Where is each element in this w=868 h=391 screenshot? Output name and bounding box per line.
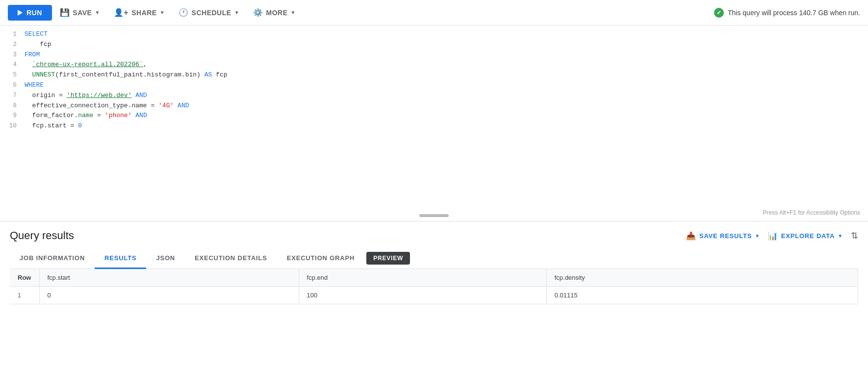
more-label: MORE	[266, 9, 288, 17]
table-header: Row	[10, 269, 39, 287]
run-button[interactable]: RUN	[8, 5, 52, 21]
code-editor[interactable]: 1SELECT2 fcp3FROM4 `chrome-ux-report.all…	[0, 29, 868, 131]
code-line: 9 form_factor.name = 'phone' AND	[0, 111, 868, 121]
code-token: fcp	[212, 71, 227, 78]
query-info-text: This query will process 140.7 GB when ru…	[728, 9, 860, 17]
code-content: SELECT	[25, 29, 868, 40]
schedule-button[interactable]: 🕐 SCHEDULE ▼	[173, 4, 245, 21]
code-content: effective_connection_type.name = '4G' AN…	[25, 101, 868, 111]
code-token	[25, 92, 32, 99]
code-token	[25, 71, 32, 78]
code-token: name	[78, 112, 93, 119]
link-https-web-dev[interactable]: 'https://web.dev'	[67, 92, 132, 99]
code-token: AND	[135, 112, 147, 119]
query-info: ✓ This query will process 140.7 GB when …	[714, 8, 860, 18]
line-number: 4	[0, 60, 25, 70]
code-line: 2 fcp	[0, 40, 868, 50]
code-token: fcp	[40, 41, 51, 48]
line-number: 2	[0, 40, 25, 50]
line-number: 9	[0, 111, 25, 121]
code-token: AND	[178, 102, 189, 109]
table-header: fcp.end	[299, 269, 546, 287]
table-header: fcp.density	[546, 269, 858, 287]
code-token: WHERE	[25, 81, 44, 89]
explore-data-label: EXPLORE DATA	[781, 232, 835, 240]
code-content: form_factor.name = 'phone' AND	[25, 111, 868, 121]
save-results-button[interactable]: 📥 SAVE RESULTS ▼	[686, 231, 760, 241]
run-label: RUN	[26, 9, 42, 17]
code-token: 'phone'	[105, 112, 132, 119]
results-title: Query results	[10, 229, 686, 242]
more-button[interactable]: ⚙️ MORE ▼	[247, 4, 302, 21]
table-row: 101000.01115	[10, 287, 858, 304]
code-token: =	[93, 112, 104, 119]
tab-execution_details[interactable]: EXECUTION DETAILS	[185, 248, 277, 269]
results-table: Rowfcp.startfcp.endfcp.density101000.011…	[10, 269, 858, 304]
check-icon: ✓	[714, 8, 724, 18]
save-chevron-icon: ▼	[95, 10, 100, 15]
schedule-label: SCHEDULE	[192, 9, 231, 17]
tab-results[interactable]: RESULTS	[95, 248, 146, 269]
editor-area[interactable]: 1SELECT2 fcp3FROM4 `chrome-ux-report.all…	[0, 25, 868, 221]
code-content: fcp	[25, 40, 868, 50]
save-results-icon: 📥	[686, 231, 696, 241]
toolbar: RUN 💾 SAVE ▼ 👤+ SHARE ▼ 🕐 SCHEDULE ▼ ⚙️ …	[0, 0, 868, 25]
code-token	[25, 41, 40, 48]
share-button[interactable]: 👤+ SHARE ▼	[108, 4, 171, 21]
code-content: origin = 'https://web.dev' AND	[25, 91, 868, 101]
horizontal-scrollbar[interactable]	[419, 214, 449, 217]
save-results-label: SAVE RESULTS	[699, 232, 752, 240]
table-cell: 100	[299, 287, 546, 304]
code-token: FROM	[25, 51, 40, 58]
line-number: 6	[0, 80, 25, 91]
table-cell: 0.01115	[546, 287, 858, 304]
code-token: origin =	[32, 92, 67, 99]
line-number: 8	[0, 101, 25, 111]
explore-data-button[interactable]: 📊 EXPLORE DATA ▼	[768, 231, 843, 241]
tab-json[interactable]: JSON	[146, 248, 185, 269]
code-line: 4 `chrome-ux-report.all.202206`,	[0, 60, 868, 70]
more-chevron-icon: ▼	[291, 10, 296, 15]
play-icon	[18, 10, 23, 16]
code-token: UNNEST	[32, 71, 55, 78]
line-number: 3	[0, 50, 25, 60]
code-content: `chrome-ux-report.all.202206`,	[25, 60, 868, 70]
tab-preview[interactable]: PREVIEW	[366, 252, 410, 265]
line-number: 5	[0, 70, 25, 80]
expand-button[interactable]: ⇅	[851, 230, 858, 241]
line-number: 7	[0, 91, 25, 101]
results-table-container: Rowfcp.startfcp.endfcp.density101000.011…	[10, 269, 858, 304]
code-token: ,	[143, 61, 147, 68]
save-button[interactable]: 💾 SAVE ▼	[54, 4, 106, 21]
explore-data-chevron-icon: ▼	[838, 233, 843, 239]
gear-icon: ⚙️	[253, 8, 263, 17]
code-token	[25, 122, 32, 129]
code-token: '4G'	[158, 102, 174, 109]
share-chevron-icon: ▼	[160, 10, 165, 15]
code-token: (first_contentful_paint.histogram.bin)	[55, 71, 204, 78]
share-icon: 👤+	[114, 8, 128, 17]
table-cell: 1	[10, 287, 39, 304]
code-content: FROM	[25, 50, 868, 60]
schedule-icon: 🕐	[179, 8, 189, 17]
table-cell: 0	[39, 287, 299, 304]
share-label: SHARE	[131, 9, 157, 17]
line-number: 10	[0, 121, 25, 131]
code-token	[25, 112, 32, 119]
code-token: fcp.start =	[32, 122, 78, 129]
save-icon: 💾	[60, 8, 70, 17]
code-line: 10 fcp.start = 0	[0, 121, 868, 131]
code-token	[25, 61, 32, 68]
code-content: UNNEST(first_contentful_paint.histogram.…	[25, 70, 868, 80]
results-section: Query results 📥 SAVE RESULTS ▼ 📊 EXPLORE…	[0, 221, 868, 304]
code-token	[25, 102, 32, 109]
code-token	[174, 102, 178, 109]
code-content: fcp.start = 0	[25, 121, 868, 131]
code-token: form_factor.	[32, 112, 78, 119]
results-tabs: JOB INFORMATIONRESULTSJSONEXECUTION DETA…	[10, 248, 858, 269]
line-number: 1	[0, 29, 25, 40]
tab-job_information[interactable]: JOB INFORMATION	[10, 248, 95, 269]
tab-execution_graph[interactable]: EXECUTION GRAPH	[277, 248, 364, 269]
save-label: SAVE	[73, 9, 92, 17]
explore-data-icon: 📊	[768, 231, 778, 241]
